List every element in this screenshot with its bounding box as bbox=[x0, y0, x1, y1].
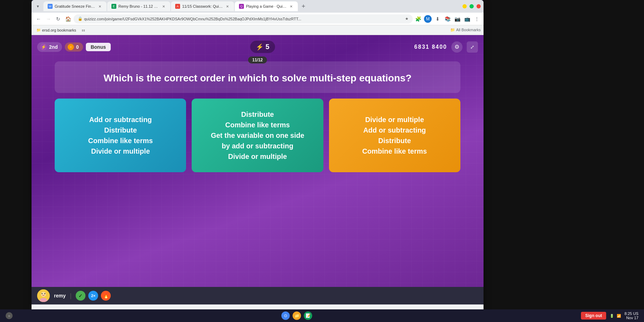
top-left-controls: ⚡ 2nd ○ 0 Bonus bbox=[37, 42, 111, 52]
tab-list-button[interactable]: ▾ bbox=[34, 3, 41, 10]
player-badges: ✓ 2× 🔥 bbox=[76, 291, 111, 301]
left-dark-area bbox=[0, 0, 32, 322]
taskbar-power-icon: ○ bbox=[6, 312, 13, 319]
tab-icon-4: Q bbox=[239, 4, 244, 9]
question-counter: 11/12 bbox=[248, 56, 267, 63]
rank-badge: ⚡ 2nd bbox=[37, 42, 62, 52]
bookmark-manager[interactable]: 📚 bbox=[444, 15, 451, 23]
bookmark-label: ersd.org bookmarks bbox=[42, 28, 76, 32]
back-button[interactable]: ← bbox=[34, 15, 43, 23]
new-tab-button[interactable]: + bbox=[299, 1, 308, 11]
menu-button[interactable]: ⋮ bbox=[473, 15, 481, 23]
score-display: 6831 8400 bbox=[414, 44, 447, 50]
taskbar-right: Sign out 🔋 📶 8:25 US Nov 17 bbox=[581, 311, 638, 320]
rank-icon: ⚡ bbox=[40, 43, 47, 51]
taskbar-left: ○ bbox=[6, 312, 13, 319]
svg-point-3 bbox=[42, 293, 43, 294]
bookmark-apps[interactable]: ⚏ bbox=[80, 27, 87, 33]
wifi-icon: 📶 bbox=[616, 313, 622, 318]
bookmarks-bar: 📁 ersd.org bookmarks ⚏ 📁 All Bookmarks bbox=[32, 25, 484, 35]
bookmark-ersd[interactable]: 📁 ersd.org bookmarks bbox=[34, 27, 78, 33]
answer-card-b[interactable]: DistributeCombine like termsGet the vari… bbox=[192, 99, 323, 172]
refresh-button[interactable]: ↻ bbox=[54, 15, 62, 23]
system-taskbar: ○ ⊙ 📁 📝 Sign out 🔋 📶 8:25 US Nov 17 bbox=[0, 309, 644, 322]
tab-classwork[interactable]: A 11/15 Classwork: Quizziz ✕ bbox=[171, 1, 234, 11]
window-controls: — □ ✕ bbox=[463, 4, 481, 8]
clock-time: 8:25 US bbox=[624, 311, 638, 316]
system-icons: 🔋 📶 bbox=[609, 313, 622, 318]
battery-icon: 🔋 bbox=[609, 313, 615, 318]
game-area: ⚡ 2nd ○ 0 Bonus ⚡ 5 6831 8400 ⚙ ⤢ bbox=[32, 35, 484, 304]
score-value: 0 bbox=[76, 44, 79, 50]
tab-label-2: Remy Bruno - 11.12 Gratitude ... bbox=[118, 4, 159, 8]
close-button[interactable]: ✕ bbox=[477, 4, 481, 8]
player-name: remy bbox=[54, 293, 66, 298]
top-right-controls: 6831 8400 ⚙ ⤢ bbox=[414, 41, 478, 53]
tab-remy-bruno[interactable]: E Remy Bruno - 11.12 Gratitude ... ✕ bbox=[107, 1, 170, 11]
tab-label-3: 11/15 Classwork: Quizziz bbox=[182, 4, 223, 8]
downloads-button[interactable]: ⬇ bbox=[434, 15, 441, 23]
address-bar: ← → ↻ 🏠 🔒 quizizz.com/join/game/U2FsdGVk… bbox=[32, 13, 484, 25]
answers-row: Add or subtractingDistributeCombine like… bbox=[55, 99, 460, 172]
profile-button[interactable]: M bbox=[424, 15, 432, 23]
right-dark-area bbox=[484, 0, 644, 322]
forward-button[interactable]: → bbox=[44, 15, 53, 23]
all-bookmarks[interactable]: 📁 All Bookmarks bbox=[450, 28, 481, 32]
player-bar: remy | ✓ 2× 🔥 bbox=[32, 287, 484, 304]
apps-icon: ⚏ bbox=[82, 28, 85, 32]
lightning-counter: ⚡ 5 bbox=[250, 41, 275, 53]
top-bar: ⚡ 2nd ○ 0 Bonus ⚡ 5 6831 8400 ⚙ ⤢ bbox=[37, 39, 478, 54]
tab-gratitude-sneeze[interactable]: W Gratitude Sneeze Final Draft ✕ bbox=[43, 1, 107, 11]
badge-orange: 🔥 bbox=[101, 291, 111, 301]
tab-close-2[interactable]: ✕ bbox=[161, 4, 166, 9]
answer-text-c: Divide or multipleAdd or subtractingDist… bbox=[362, 114, 427, 156]
svg-point-4 bbox=[44, 293, 46, 294]
bonus-label: Bonus bbox=[91, 44, 106, 50]
bonus-badge: Bonus bbox=[86, 43, 111, 51]
minimize-button[interactable]: — bbox=[463, 4, 467, 8]
tab-playing-game[interactable]: Q Playing a Game · Quizizz ✕ bbox=[235, 1, 298, 11]
badge-blue: 2× bbox=[88, 291, 98, 301]
lightning-count: 5 bbox=[266, 43, 269, 51]
tab-label-4: Playing a Game · Quizizz bbox=[246, 4, 287, 8]
tab-close-1[interactable]: ✕ bbox=[97, 4, 102, 9]
taskbar-center: ⊙ 📁 📝 bbox=[13, 311, 581, 320]
score-icon: ○ bbox=[68, 44, 74, 50]
bookmark-icon: 📁 bbox=[36, 28, 41, 32]
answer-card-c[interactable]: Divide or multipleAdd or subtractingDist… bbox=[329, 99, 460, 172]
settings-button[interactable]: ⚙ bbox=[451, 41, 463, 53]
answer-text-a: Add or subtractingDistributeCombine like… bbox=[88, 114, 153, 156]
sign-out-button[interactable]: Sign out bbox=[581, 312, 606, 320]
url-bar[interactable]: 🔒 quizizz.com/join/game/U2FsdGVkX1%252BA… bbox=[74, 14, 413, 24]
maximize-button[interactable]: □ bbox=[470, 4, 474, 8]
tab-close-4[interactable]: ✕ bbox=[289, 4, 294, 9]
question-container: 11/12 Which is the correct order in whic… bbox=[55, 61, 460, 93]
tab-icon-2: E bbox=[111, 4, 116, 9]
url-text: quizizz.com/join/game/U2FsdGVkX1%252BAKH… bbox=[84, 17, 404, 21]
tab-close-3[interactable]: ✕ bbox=[225, 4, 230, 9]
question-text: Which is the correct order in which to s… bbox=[65, 72, 450, 85]
player-avatar bbox=[37, 289, 50, 302]
taskbar-docs[interactable]: 📝 bbox=[304, 311, 312, 320]
tab-icon-1: W bbox=[48, 4, 53, 9]
extensions-button[interactable]: 🧩 bbox=[414, 15, 422, 23]
taskbar-chrome[interactable]: ⊙ bbox=[281, 311, 290, 320]
tab-icon-3: A bbox=[175, 4, 180, 9]
badge-green: ✓ bbox=[76, 291, 85, 301]
tab-bar: ▾ W Gratitude Sneeze Final Draft ✕ E Rem… bbox=[32, 0, 484, 13]
fullscreen-button[interactable]: ⤢ bbox=[467, 41, 478, 53]
player-divider: | bbox=[70, 292, 71, 300]
answer-text-b: DistributeCombine like termsGet the vari… bbox=[211, 109, 304, 162]
rank-value: 2nd bbox=[49, 44, 58, 50]
system-clock: 8:25 US Nov 17 bbox=[624, 311, 638, 320]
avatar-svg bbox=[37, 289, 50, 302]
screenshot-button[interactable]: 📷 bbox=[453, 15, 461, 23]
taskbar-files[interactable]: 📁 bbox=[293, 311, 301, 320]
lightning-icon: ⚡ bbox=[256, 43, 263, 51]
answer-card-a[interactable]: Add or subtractingDistributeCombine like… bbox=[55, 99, 186, 172]
tab-label-1: Gratitude Sneeze Final Draft bbox=[55, 4, 95, 8]
clock-date: Nov 17 bbox=[624, 316, 638, 320]
svg-point-1 bbox=[41, 292, 46, 297]
home-button[interactable]: 🏠 bbox=[64, 15, 72, 23]
cast-button[interactable]: 📺 bbox=[463, 15, 471, 23]
